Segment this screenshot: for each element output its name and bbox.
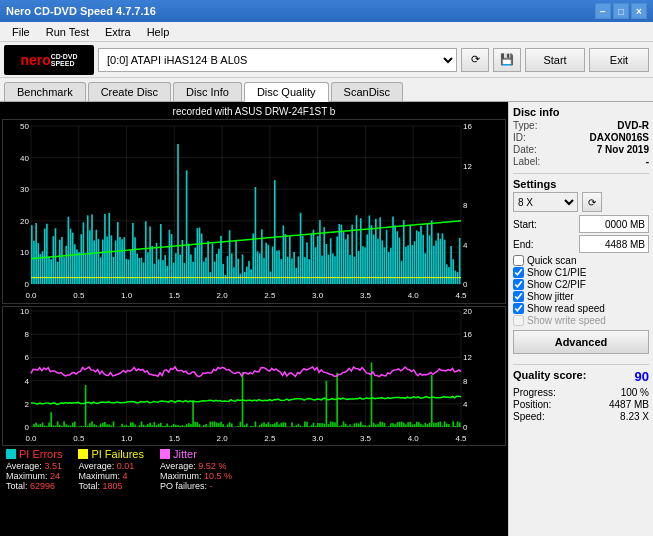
jitter-label: Jitter <box>173 448 197 460</box>
drive-select[interactable]: [0:0] ATAPI iHAS124 B AL0S <box>98 48 457 72</box>
start-button[interactable]: Start <box>525 48 585 72</box>
menubar: File Run Test Extra Help <box>0 22 653 42</box>
main-content: recorded with ASUS DRW-24F1ST b PI Error… <box>0 102 653 536</box>
disc-label-value: - <box>646 156 649 167</box>
minimize-button[interactable]: − <box>595 3 611 19</box>
disc-type-row: Type: DVD-R <box>513 120 649 131</box>
quick-scan-label: Quick scan <box>527 255 576 266</box>
pi-errors-icon <box>6 449 16 459</box>
settings-section: Settings 8 X 1 X 2 X 4 X 6 X 12 X 16 X ⟳… <box>513 178 649 358</box>
write-speed-row: Show write speed <box>513 315 649 326</box>
quick-scan-row: Quick scan <box>513 255 649 266</box>
tabs: Benchmark Create Disc Disc Info Disc Qua… <box>0 78 653 102</box>
sidebar: Disc info Type: DVD-R ID: DAXON016S Date… <box>508 102 653 536</box>
settings-title: Settings <box>513 178 649 190</box>
refresh-icon[interactable]: ⟳ <box>461 48 489 72</box>
c1pie-label: Show C1/PIE <box>527 267 586 278</box>
disc-date-row: Date: 7 Nov 2019 <box>513 144 649 155</box>
settings-refresh-btn[interactable]: ⟳ <box>582 192 602 212</box>
pi-failures-max: Maximum: 4 <box>78 471 144 481</box>
speed-row-quality: Speed: 8.23 X <box>513 411 649 422</box>
menu-runtest[interactable]: Run Test <box>38 24 97 40</box>
position-value: 4487 MB <box>609 399 649 410</box>
progress-value: 100 % <box>621 387 649 398</box>
read-speed-checkbox[interactable] <box>513 303 524 314</box>
menu-extra[interactable]: Extra <box>97 24 139 40</box>
advanced-button[interactable]: Advanced <box>513 330 649 354</box>
quality-score-label: Quality score: <box>513 369 586 384</box>
position-label: Position: <box>513 399 551 410</box>
disc-type-label: Type: <box>513 120 537 131</box>
legend-jitter: Jitter Average: 9.52 % Maximum: 10.5 % P… <box>160 448 232 491</box>
titlebar-title: Nero CD-DVD Speed 4.7.7.16 <box>6 5 156 17</box>
speed-label: Speed: <box>513 411 545 422</box>
speed-value: 8.23 X <box>620 411 649 422</box>
divider-1 <box>513 173 649 174</box>
menu-help[interactable]: Help <box>139 24 178 40</box>
write-speed-checkbox <box>513 315 524 326</box>
c2pif-label: Show C2/PIF <box>527 279 586 290</box>
pi-errors-max: Maximum: 24 <box>6 471 62 481</box>
pi-failures-avg: Average: 0.01 <box>78 461 144 471</box>
jitter-icon <box>160 449 170 459</box>
pi-failures-icon <box>78 449 88 459</box>
position-row: Position: 4487 MB <box>513 399 649 410</box>
speed-select[interactable]: 8 X 1 X 2 X 4 X 6 X 12 X 16 X <box>513 192 578 212</box>
disc-info-title: Disc info <box>513 106 649 118</box>
start-input[interactable]: 0000 MB <box>579 215 649 233</box>
quality-score-value: 90 <box>635 369 649 384</box>
jitter-max: Maximum: 10.5 % <box>160 471 232 481</box>
disc-date-label: Date: <box>513 144 537 155</box>
titlebar-buttons: − □ × <box>595 3 647 19</box>
disc-label-row: Label: - <box>513 156 649 167</box>
quick-scan-checkbox[interactable] <box>513 255 524 266</box>
tab-create-disc[interactable]: Create Disc <box>88 82 171 101</box>
chart-title: recorded with ASUS DRW-24F1ST b <box>2 104 506 119</box>
pi-errors-avg: Average: 3.51 <box>6 461 62 471</box>
tab-scandisc[interactable]: ScanDisc <box>331 82 403 101</box>
read-speed-label: Show read speed <box>527 303 605 314</box>
disc-id-row: ID: DAXON016S <box>513 132 649 143</box>
c2pif-row: Show C2/PIF <box>513 279 649 290</box>
jitter-avg: Average: 9.52 % <box>160 461 232 471</box>
speed-row: 8 X 1 X 2 X 4 X 6 X 12 X 16 X ⟳ <box>513 192 649 212</box>
tab-disc-quality[interactable]: Disc Quality <box>244 82 329 102</box>
jitter-po: PO failures: - <box>160 481 232 491</box>
disc-id-value: DAXON016S <box>590 132 649 143</box>
jitter-checkbox[interactable] <box>513 291 524 302</box>
jitter-label: Show jitter <box>527 291 574 302</box>
nero-logo: nero CD·DVDSPEED <box>4 45 94 75</box>
disc-date-value: 7 Nov 2019 <box>597 144 649 155</box>
pi-failures-total: Total: 1805 <box>78 481 144 491</box>
legend-pi-errors: PI Errors Average: 3.51 Maximum: 24 Tota… <box>6 448 62 491</box>
disc-id-label: ID: <box>513 132 526 143</box>
pi-errors-label: PI Errors <box>19 448 62 460</box>
lower-chart <box>2 306 506 446</box>
maximize-button[interactable]: □ <box>613 3 629 19</box>
legend-area: PI Errors Average: 3.51 Maximum: 24 Tota… <box>2 446 506 493</box>
tab-benchmark[interactable]: Benchmark <box>4 82 86 101</box>
divider-2 <box>513 364 649 365</box>
save-icon[interactable]: 💾 <box>493 48 521 72</box>
end-row: End: 4488 MB <box>513 235 649 253</box>
toolbar: nero CD·DVDSPEED [0:0] ATAPI iHAS124 B A… <box>0 42 653 78</box>
exit-button[interactable]: Exit <box>589 48 649 72</box>
c1pie-checkbox[interactable] <box>513 267 524 278</box>
menu-file[interactable]: File <box>4 24 38 40</box>
progress-label: Progress: <box>513 387 556 398</box>
disc-type-value: DVD-R <box>617 120 649 131</box>
c2pif-checkbox[interactable] <box>513 279 524 290</box>
tab-disc-info[interactable]: Disc Info <box>173 82 242 101</box>
end-label: End: <box>513 239 534 250</box>
end-input[interactable]: 4488 MB <box>579 235 649 253</box>
upper-chart <box>2 119 506 304</box>
close-button[interactable]: × <box>631 3 647 19</box>
read-speed-row: Show read speed <box>513 303 649 314</box>
chart-area: recorded with ASUS DRW-24F1ST b PI Error… <box>0 102 508 536</box>
pi-errors-total: Total: 62996 <box>6 481 62 491</box>
disc-info-section: Disc info Type: DVD-R ID: DAXON016S Date… <box>513 106 649 167</box>
quality-score-row: Quality score: 90 <box>513 369 649 384</box>
jitter-row: Show jitter <box>513 291 649 302</box>
start-label: Start: <box>513 219 537 230</box>
pi-failures-label: PI Failures <box>91 448 144 460</box>
